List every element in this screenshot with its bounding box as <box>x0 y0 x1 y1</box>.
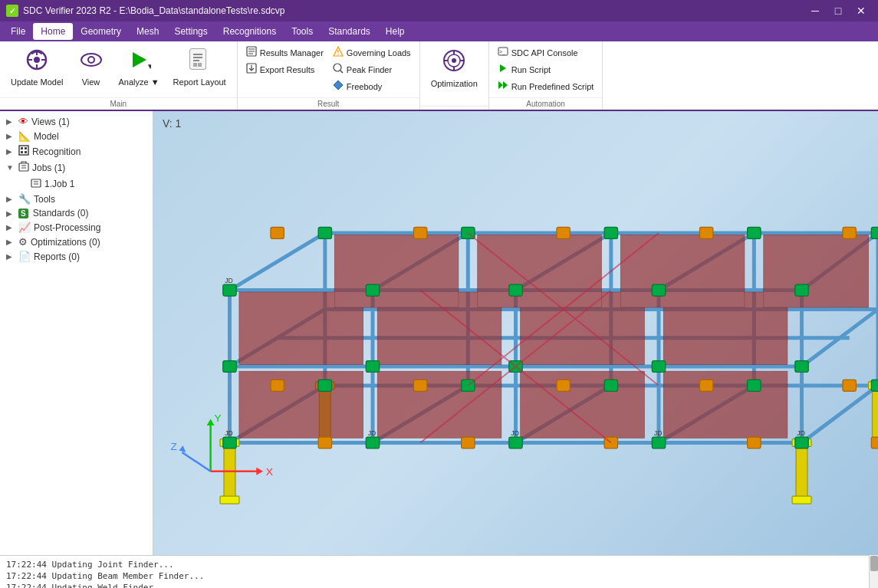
recognition-arrow: ▶ <box>6 147 15 156</box>
svg-rect-116 <box>795 437 808 448</box>
report-layout-button[interactable]: Report Layout <box>167 44 232 94</box>
svg-rect-137 <box>557 227 570 238</box>
sidebar-item-post-processing[interactable]: ▶ 📈 Post-Processing <box>0 220 153 235</box>
svg-rect-111 <box>604 227 617 238</box>
sidebar-item-optimizations[interactable]: ▶ ⚙ Optimizations (0) <box>0 235 153 249</box>
svg-rect-134 <box>843 379 856 391</box>
bottom-area: 17:22:44 Updating Joint Finder... 17:22:… <box>0 555 878 588</box>
svg-rect-103 <box>318 227 331 238</box>
log-line: 17:22:44 Updating Beam Member Finder... <box>6 570 866 582</box>
view-button[interactable]: View <box>71 44 111 94</box>
svg-marker-35 <box>500 64 506 72</box>
svg-text:Y: Y <box>215 412 222 424</box>
analyze-label: Analyze ▼ <box>119 77 159 87</box>
menu-mesh[interactable]: Mesh <box>129 23 166 40</box>
freebody-button[interactable]: Freebody <box>329 78 415 94</box>
tools-label: Tools <box>34 194 55 205</box>
sidebar: ▶ 👁 Views (1) ▶ 📐 Model ▶ Recognition ▼ <box>0 111 153 555</box>
menu-bar: File Home Geometry Mesh Settings Recogni… <box>0 21 878 41</box>
sidebar-item-jobs[interactable]: ▼ Jobs (1) <box>0 159 153 176</box>
freebody-icon <box>333 80 344 93</box>
results-manager-button[interactable]: Results Manager <box>242 44 327 61</box>
svg-text:▼: ▼ <box>146 62 151 71</box>
post-processing-icon: 📈 <box>18 222 31 233</box>
peak-finder-button[interactable]: Peak Finder <box>329 61 415 77</box>
sidebar-item-recognition[interactable]: ▶ Recognition <box>0 143 153 159</box>
sidebar-item-standards[interactable]: ▶ S Standards (0) <box>0 206 153 220</box>
svg-rect-43 <box>19 163 28 171</box>
governing-loads-button[interactable]: Governing Loads <box>329 44 415 61</box>
post-processing-label: Post-Processing <box>34 222 100 233</box>
svg-rect-94 <box>620 235 745 307</box>
svg-text:JD: JD <box>797 429 805 437</box>
svg-rect-99 <box>663 371 788 438</box>
svg-text:JD: JD <box>511 429 519 437</box>
svg-rect-13 <box>198 63 202 67</box>
svg-rect-131 <box>413 379 426 391</box>
svg-line-54 <box>229 233 324 291</box>
analyze-button[interactable]: ▼ Analyze ▼ <box>113 44 166 94</box>
svg-rect-98 <box>521 371 645 438</box>
svg-rect-129 <box>871 437 878 448</box>
svg-rect-125 <box>318 437 331 448</box>
run-script-icon <box>498 63 508 76</box>
optimization-label: Optimization <box>431 79 478 88</box>
optimization-button[interactable]: Optimization <box>425 44 484 103</box>
svg-marker-163 <box>256 468 263 475</box>
ribbon-automation-label: Automation <box>489 97 603 110</box>
update-model-button[interactable]: Update Model <box>5 44 70 94</box>
menu-geometry[interactable]: Geometry <box>73 23 129 40</box>
svg-point-28 <box>452 58 456 63</box>
close-button[interactable]: ✕ <box>850 0 872 21</box>
recognition-label: Recognition <box>32 146 81 157</box>
sidebar-item-reports[interactable]: ▶ 📄 Reports (0) <box>0 249 153 264</box>
log-panel: 17:22:44 Updating Joint Finder... 17:22:… <box>0 555 878 588</box>
svg-rect-92 <box>334 235 459 307</box>
jobs-icon <box>18 161 29 174</box>
tools-icon: 🔧 <box>18 193 31 205</box>
reports-icon: 📄 <box>18 251 31 262</box>
menu-file[interactable]: File <box>3 23 33 40</box>
svg-rect-130 <box>271 379 284 391</box>
sidebar-item-views[interactable]: ▶ 👁 Views (1) <box>0 114 153 129</box>
ribbon-group-optimization: Optimization <box>420 41 489 110</box>
menu-help[interactable]: Help <box>378 23 413 40</box>
minimize-button[interactable]: ─ <box>804 0 826 21</box>
title-bar: ✓ SDC Verifier 2023 R2 - E:\Bodia_Data\s… <box>0 0 878 21</box>
export-results-button[interactable]: Export Results <box>242 61 327 77</box>
svg-rect-117 <box>795 284 808 296</box>
svg-rect-38 <box>19 146 28 155</box>
sidebar-item-job1[interactable]: 1.Job 1 <box>0 176 153 192</box>
svg-rect-102 <box>318 379 331 391</box>
jobs-label: Jobs (1) <box>32 163 65 173</box>
svg-rect-136 <box>413 227 426 238</box>
svg-rect-135 <box>271 227 284 238</box>
svg-rect-12 <box>193 63 197 67</box>
window-controls: ─ □ ✕ <box>804 0 872 21</box>
svg-rect-46 <box>31 179 41 187</box>
sidebar-item-model[interactable]: ▶ 📐 Model <box>0 129 153 143</box>
job1-icon <box>31 177 41 190</box>
run-script-button[interactable]: Run Script <box>494 61 598 77</box>
run-predefined-script-button[interactable]: Run Predefined Script <box>494 78 598 94</box>
model-label: Model <box>34 131 59 142</box>
menu-settings[interactable]: Settings <box>166 23 215 40</box>
svg-rect-95 <box>764 235 869 307</box>
main-area: ▶ 👁 Views (1) ▶ 📐 Model ▶ Recognition ▼ <box>0 111 878 555</box>
menu-tools[interactable]: Tools <box>284 23 321 40</box>
menu-home[interactable]: Home <box>33 23 73 40</box>
job1-label: 1.Job 1 <box>44 179 74 189</box>
view-icon <box>79 48 104 76</box>
menu-standards[interactable]: Standards <box>321 23 378 40</box>
log-scroll-thumb[interactable] <box>870 556 878 571</box>
svg-rect-139 <box>843 227 856 238</box>
run-script-label: Run Script <box>511 65 551 74</box>
menu-recognitions[interactable]: Recognitions <box>215 23 284 40</box>
maximize-button[interactable]: □ <box>827 0 849 21</box>
sdc-api-console-button[interactable]: >_ SDC API Console <box>494 44 598 61</box>
svg-text:JD: JD <box>654 429 663 437</box>
svg-rect-105 <box>366 284 379 296</box>
sidebar-item-tools[interactable]: ▶ 🔧 Tools <box>0 192 153 206</box>
log-scroll-track[interactable] <box>869 555 878 588</box>
viewport[interactable]: V: 1 <box>153 111 878 555</box>
